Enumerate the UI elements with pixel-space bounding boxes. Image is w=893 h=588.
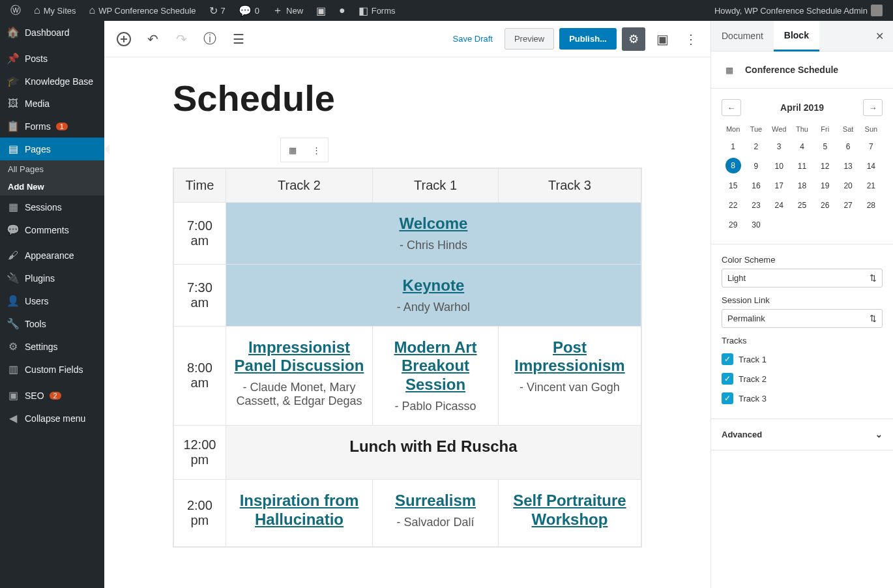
calendar-day[interactable]: 22	[722, 197, 744, 214]
sidebar-subitem-add-new[interactable]: Add New	[0, 178, 104, 196]
updates[interactable]: ↻7	[204, 0, 231, 21]
calendar-day[interactable]: 21	[860, 177, 883, 194]
calendar-day[interactable]: 29	[722, 216, 744, 233]
calendar-day[interactable]: 7	[860, 138, 883, 155]
sidebar-item-label: Plugins	[25, 273, 55, 284]
calendar-day[interactable]: 8	[725, 158, 741, 173]
calendar-day[interactable]: 15	[722, 177, 744, 194]
close-inspector-button[interactable]: ✕	[866, 30, 893, 42]
sidebar-item-seo[interactable]: ▣SEO2	[0, 384, 104, 407]
undo-button[interactable]: ↶	[141, 27, 164, 51]
calendar-day[interactable]: 30	[744, 216, 767, 233]
calendar-day[interactable]: 12	[813, 158, 836, 175]
track-checkbox-row[interactable]: ✓Track 1	[722, 349, 883, 369]
calendar-day[interactable]: 25	[791, 197, 813, 214]
calendar-day[interactable]: 27	[836, 197, 859, 214]
advanced-panel[interactable]: Advanced ⌄	[711, 419, 893, 450]
track-checkbox-row[interactable]: ✓Track 3	[722, 389, 883, 408]
block-type-button[interactable]: ▦	[281, 138, 304, 162]
add-block-button[interactable]	[112, 27, 136, 51]
new[interactable]: ＋New	[267, 0, 308, 21]
sidebar-item-collapse[interactable]: ◀Collapse menu	[0, 407, 104, 430]
cache-top[interactable]: ●	[334, 0, 351, 21]
sidebar-item-forms[interactable]: 📋Forms1	[0, 115, 104, 138]
checkbox-icon: ✓	[722, 392, 733, 404]
session-link[interactable]: Impressionist Panel Discussion	[233, 338, 366, 376]
more-button[interactable]: ⋮	[679, 27, 703, 51]
calendar-day[interactable]: 6	[836, 138, 859, 155]
color-scheme-select[interactable]: Light⇅	[722, 269, 883, 287]
calendar-prev-button[interactable]: ←	[722, 99, 741, 116]
my-sites[interactable]: ⌂My Sites	[29, 0, 81, 21]
howdy[interactable]: Howdy, WP Conference Schedule Admin	[709, 0, 888, 21]
calendar-day[interactable]: 2	[744, 138, 767, 155]
calendar-day[interactable]: 16	[744, 177, 767, 194]
session-link[interactable]: Inspiration from Hallucinatio	[233, 492, 366, 529]
session-link-select[interactable]: Permalink⇅	[722, 309, 883, 328]
calendar-day[interactable]: 26	[813, 197, 836, 214]
sidebar-subitem-all-pages[interactable]: All Pages	[0, 160, 104, 178]
sidebar-item-posts[interactable]: 📌Posts	[0, 47, 104, 70]
calendar-day[interactable]: 14	[860, 158, 883, 175]
comments-top[interactable]: 💬0	[233, 0, 265, 21]
calendar-day[interactable]: 18	[791, 177, 813, 194]
calendar-day[interactable]: 11	[791, 158, 813, 175]
page-title[interactable]: Schedule	[173, 70, 642, 132]
sidebar-item-custom-fields[interactable]: ▥Custom Fields	[0, 358, 104, 381]
yoast-top[interactable]: ▣	[311, 0, 331, 21]
tab-document[interactable]: Document	[711, 22, 774, 50]
calendar-day[interactable]: 10	[768, 158, 791, 175]
calendar-day[interactable]: 19	[813, 177, 836, 194]
calendar-day[interactable]: 5	[813, 138, 836, 155]
yoast-button[interactable]: ▣	[651, 27, 674, 51]
wp-logo[interactable]: ⓦ	[5, 0, 26, 21]
new-label: New	[286, 6, 303, 16]
sidebar-item-appearance[interactable]: 🖌Appearance	[0, 244, 104, 267]
calendar-day[interactable]: 20	[836, 177, 859, 194]
sidebar-item-sessions[interactable]: ▦Sessions	[0, 196, 104, 218]
calendar-day[interactable]: 13	[836, 158, 859, 175]
track-label: Track 3	[739, 394, 767, 404]
sliders-icon: ⚙	[7, 340, 20, 353]
speakers: - Pablo Picasso	[379, 400, 491, 413]
sidebar-item-settings[interactable]: ⚙Settings	[0, 335, 104, 358]
calendar-day[interactable]: 3	[768, 138, 791, 155]
redo-button[interactable]: ↷	[169, 27, 193, 51]
site-name[interactable]: ⌂WP Conference Schedule	[84, 0, 201, 21]
calendar-day[interactable]: 24	[768, 197, 791, 214]
session-link[interactable]: Welcome	[233, 214, 634, 233]
save-draft-button[interactable]: Save Draft	[446, 30, 499, 48]
calendar-day[interactable]: 28	[860, 197, 883, 214]
calendar-day[interactable]: 1	[722, 138, 744, 155]
sidebar-item-dashboard[interactable]: 🏠Dashboard	[0, 21, 104, 44]
calendar-day[interactable]: 9	[744, 158, 767, 175]
sidebar-item-comments[interactable]: 💬Comments	[0, 218, 104, 241]
calendar-next-button[interactable]: →	[863, 99, 883, 116]
outline-button[interactable]: ☰	[227, 27, 250, 51]
preview-button[interactable]: Preview	[505, 28, 554, 50]
sidebar-item-media[interactable]: 🖼Media	[0, 93, 104, 115]
track-checkbox-row[interactable]: ✓Track 2	[722, 369, 883, 389]
calendar-day[interactable]: 23	[744, 197, 767, 214]
speakers: - Chris Hinds	[233, 239, 634, 252]
publish-button[interactable]: Publish...	[559, 28, 617, 50]
speakers: - Salvador Dalí	[379, 516, 491, 529]
forms-top[interactable]: ◧Forms	[353, 0, 401, 21]
sidebar-item-users[interactable]: 👤Users	[0, 289, 104, 312]
session-link[interactable]: Post Impressionism	[505, 338, 634, 376]
sidebar-item-plugins[interactable]: 🔌Plugins	[0, 267, 104, 289]
session-link[interactable]: Self Portraiture Workshop	[505, 492, 634, 529]
sidebar-item-pages[interactable]: ▤Pages	[0, 138, 104, 160]
calendar-day[interactable]: 4	[791, 138, 813, 155]
block-more-button[interactable]: ⋮	[304, 138, 328, 162]
session-link[interactable]: Keynote	[233, 276, 634, 295]
calendar-day[interactable]: 17	[768, 177, 791, 194]
sidebar-item-kb[interactable]: 🎓Knowledge Base	[0, 70, 104, 93]
settings-toggle-button[interactable]: ⚙	[622, 27, 645, 51]
tab-block[interactable]: Block	[774, 21, 819, 51]
session-link[interactable]: Surrealism	[379, 492, 491, 510]
info-button[interactable]: ⓘ	[198, 27, 222, 51]
sidebar-item-label: Collapse menu	[25, 413, 85, 424]
session-link[interactable]: Modern Art Breakout Session	[379, 338, 491, 394]
sidebar-item-tools[interactable]: 🔧Tools	[0, 312, 104, 335]
